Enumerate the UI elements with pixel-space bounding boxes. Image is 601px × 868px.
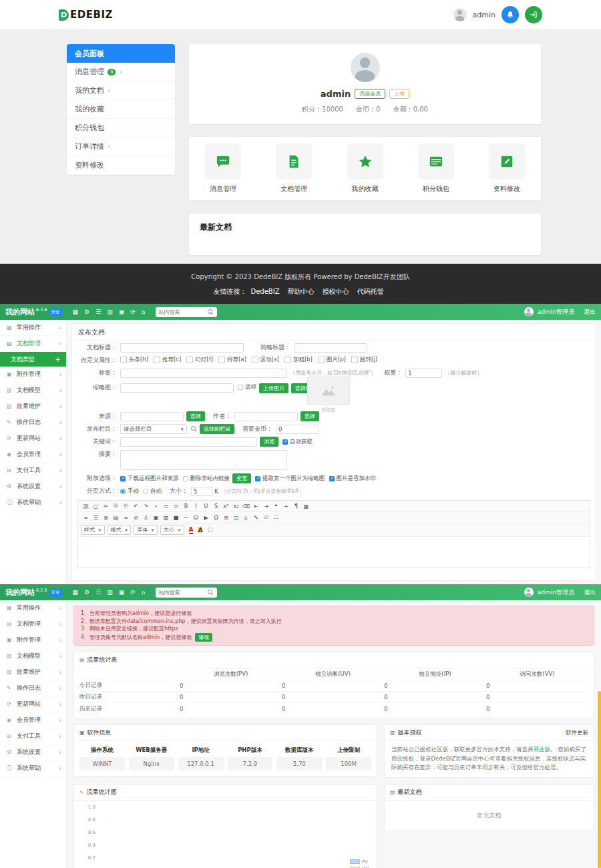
dedebiz-logo[interactable]: D EDEBIZ [59,9,113,21]
header-toolbar-icon[interactable]: ▦ [73,308,79,315]
admin-avatar[interactable] [524,307,534,316]
editor-toolbar-icon[interactable]: ⌂ [242,513,250,521]
site-name[interactable]: 我的网站 [5,307,35,317]
sidebar-item-attachments[interactable]: ▣附件管理∨ [0,632,66,648]
editor-toolbar-icon[interactable]: ≡ [82,513,90,521]
summary-textarea[interactable] [120,450,287,470]
widen-button[interactable]: 变宽 [232,473,251,483]
plus-icon[interactable]: + [55,356,61,363]
header-toolbar-icon[interactable]: ▥ [107,589,113,596]
column-search-icon[interactable] [191,426,197,432]
short-title-input[interactable] [294,343,367,353]
sidebar-item-doc-manage[interactable]: ▤文档管理∧ [0,336,66,352]
sidebar-item-batch-maintain[interactable]: ▨批量维护∨ [0,664,66,680]
editor-toolbar-icon[interactable]: ☰ [92,513,100,521]
software-update-link[interactable]: 软件更新 [566,729,588,737]
sidebar-item-member-manage[interactable]: ◉会员管理∨ [0,712,66,728]
sidebar-item-member-manage[interactable]: ◉会员管理∨ [0,447,66,463]
editor-toolbar-icon[interactable]: ⎗ [122,502,130,510]
editor-toolbar-icon[interactable]: ✎ [252,513,260,521]
editor-toolbar-icon[interactable]: ⎘ [112,502,120,510]
submenu-item-doc-type[interactable]: 文档类型+ [0,352,66,367]
sidebar-item-update-site[interactable]: ⟳更新网站∨ [0,431,66,447]
auto-fetch-checkbox[interactable]: 自动获取 [282,438,313,446]
sub-column-button[interactable]: 选择副栏目 [200,424,234,434]
upload-image-button[interactable]: 上传图片 [259,383,288,393]
sidebar-item-edit-profile[interactable]: 资料修改 [67,156,175,175]
editor-toolbar-icon[interactable]: ÷ [282,502,290,510]
editor-toolbar-icon[interactable]: U [202,502,210,510]
buy-commercial-link[interactable]: 商业版 [534,746,551,752]
editor-toolbar-icon[interactable]: S [212,502,220,510]
editor-toolbar-icon[interactable]: ↶ [132,502,140,510]
editor-toolbar-icon[interactable]: — [182,513,190,521]
header-toolbar-icon[interactable]: ⟳ [130,308,136,315]
shortcut-doc-manage[interactable]: 文档管理 [276,144,312,194]
editor-toolbar-icon[interactable]: ⎚ [262,513,270,521]
editor-toolbar-icon[interactable]: ❝ [272,502,280,510]
editor-toolbar-icon[interactable]: ⇥ [262,502,270,510]
sidebar-item-doc-models[interactable]: ▧文档模型∨ [0,383,66,399]
search-icon[interactable] [208,590,214,596]
admin-search-input[interactable] [159,590,208,596]
editor-content-area[interactable] [78,537,590,568]
text-color-button[interactable]: A [189,526,194,534]
editor-toolbar-icon[interactable]: ☺ [192,513,200,521]
admin-logout-link[interactable]: 退出 [584,308,596,316]
editor-toolbar-icon[interactable]: ⛶ [272,513,280,521]
site-name[interactable]: 我的网站 [5,588,35,598]
header-toolbar-icon[interactable]: ⚙ [84,589,89,596]
attr-checkbox[interactable]: 特荐[a] [218,356,246,364]
footer-link[interactable]: DedeBIZ [250,288,279,295]
editor-toolbar-icon[interactable]: ✂ [102,502,110,510]
editor-toolbar-icon[interactable]: ◫ [232,513,240,521]
sidebar-item-doc-manage[interactable]: ▤文档管理∨ [0,616,66,632]
sidebar-item-orders[interactable]: 订单详情 ∨ [67,138,175,156]
author-input[interactable] [234,412,298,421]
sidebar-item-my-docs[interactable]: 我的文档 ∨ [67,81,175,100]
editor-toolbar-icon[interactable]: ⚓ [142,513,150,521]
source-input[interactable] [120,412,184,421]
shortcut-wallet[interactable]: 积分钱包 [418,144,454,194]
editor-toolbar-icon[interactable]: ▶ [202,513,210,521]
attr-checkbox[interactable]: 跳转[j] [351,356,377,364]
admin-logout-link[interactable]: 退出 [584,588,596,597]
shortcut-edit-profile[interactable]: 资料修改 [489,144,525,194]
editor-toolbar-icon[interactable]: ▢ [92,502,100,510]
editor-toolbar-icon[interactable]: B [182,502,190,510]
sidebar-item-system-settings[interactable]: ⚙系统设置∨ [0,479,66,495]
attr-checkbox[interactable]: 推荐[c] [154,356,181,364]
editor-toolbar-icon[interactable]: 源 [82,502,90,510]
editor-toolbar-icon[interactable]: Ω [212,513,220,521]
sidebar-item-pay-tools[interactable]: ⊞支付工具∨ [0,463,66,479]
user-avatar[interactable] [453,8,467,21]
sidebar-item-attachments[interactable]: ▣附件管理∨ [0,367,66,383]
sidebar-item-messages[interactable]: 消息管理 0 ∨ [67,63,175,81]
style-dropdown[interactable]: 样式▼ [81,525,105,535]
sidebar-item-system-help[interactable]: ⓘ系统帮助∨ [0,761,66,777]
modify-button[interactable]: 修改 [195,633,212,642]
header-toolbar-icon[interactable]: ⌂ [142,308,146,315]
attr-checkbox[interactable]: 头条[h] [120,356,148,364]
sidebar-item-pay-tools[interactable]: ⊞支付工具∨ [0,728,66,744]
editor-toolbar-icon[interactable]: x₂ [232,502,240,510]
footer-link[interactable]: 授权中心 [323,288,349,295]
sidebar-item-doc-models[interactable]: ▧文档模型∨ [0,648,66,664]
browse-button[interactable]: 浏览 [260,437,278,447]
format-dropdown[interactable]: 格式▼ [108,525,132,535]
sidebar-item-batch-maintain[interactable]: ▨批量维护∨ [0,399,66,415]
editor-toolbar-icon[interactable]: ⌫ [242,502,250,510]
sidebar-item-op-log[interactable]: ✎操作日志∨ [0,680,66,696]
admin-search-input[interactable] [159,309,208,315]
header-toolbar-icon[interactable]: ☰ [95,308,101,315]
watermark-checkbox[interactable]: 图片是否加水印 [329,475,377,483]
source-select-button[interactable]: 选择 [186,411,205,421]
header-toolbar-icon[interactable]: ☰ [95,589,101,596]
editor-toolbar-icon[interactable]: ⊞ [222,513,230,521]
header-toolbar-icon[interactable]: ⚙ [84,308,89,315]
editor-toolbar-icon[interactable]: x² [222,502,230,510]
bg-color-button[interactable]: A [197,527,203,533]
editor-toolbar-icon[interactable]: ▥ [162,513,170,521]
first-image-thumb-checkbox[interactable]: 提取第一个图片为缩略图 [255,475,325,483]
logout-button[interactable] [525,6,542,23]
